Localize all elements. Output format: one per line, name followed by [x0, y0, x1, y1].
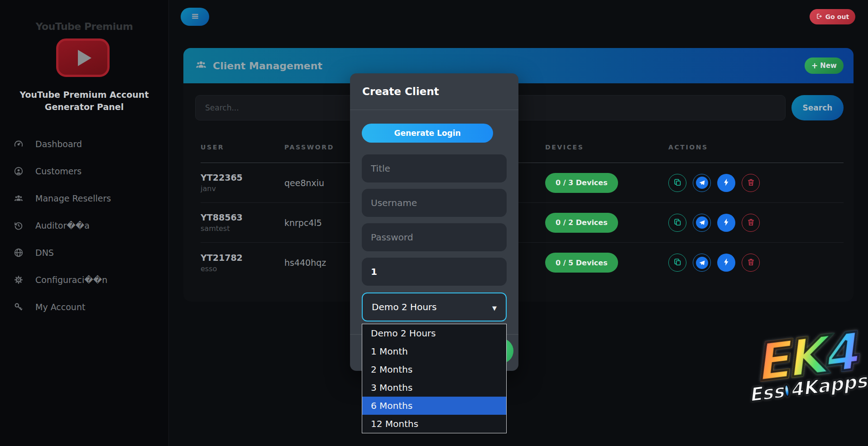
- trash-icon: [747, 178, 755, 188]
- modal-title: Create Client: [350, 73, 518, 110]
- actions-cell: [668, 214, 844, 232]
- logout-label: Go out: [825, 13, 849, 20]
- users-group-icon: [195, 59, 207, 73]
- gear-icon: [14, 275, 24, 285]
- devices-badge: 0 / 2 Devices: [545, 213, 618, 233]
- youtube-logo: [56, 38, 110, 77]
- key-icon: [14, 302, 24, 312]
- plan-select[interactable]: Demo 2 Hours: [362, 293, 507, 321]
- user-cell: YT21782 esso: [201, 253, 284, 273]
- bolt-icon: [722, 178, 731, 188]
- column-header-user: USER: [201, 144, 284, 151]
- table-row: YT22365 janv qee8nxiu 0 / 3 Devices: [201, 163, 844, 203]
- card-title-label: Client Management: [213, 60, 322, 72]
- devices-cell: 0 / 5 Devices: [545, 253, 668, 273]
- activate-button[interactable]: [717, 214, 735, 232]
- user-cell: YT22365 janv: [201, 173, 284, 193]
- plan-option-1-month[interactable]: 1 Month: [362, 342, 506, 360]
- copy-button[interactable]: [668, 254, 686, 272]
- devices-count-field[interactable]: [362, 258, 507, 286]
- user-id: YT22365: [201, 173, 284, 182]
- table-header-row: USER PASSWORD DEVICES ACTIONS: [201, 131, 844, 163]
- sidebar: YouTube Premium YouTube Premium Account …: [0, 0, 169, 446]
- activate-button[interactable]: [717, 174, 735, 192]
- sidebar-item-dns[interactable]: DNS: [0, 239, 168, 266]
- plan-option-6-months[interactable]: 6 Months: [362, 397, 506, 415]
- actions-cell: [668, 174, 844, 192]
- devices-badge: 0 / 5 Devices: [545, 253, 618, 273]
- sidebar-item-label: Manage Resellers: [35, 193, 111, 203]
- plan-dropdown: Demo 2 Hours 1 Month 2 Months 3 Months 6…: [362, 324, 507, 433]
- youtube-watermark: YouTube Premium: [0, 21, 168, 32]
- table-row: YT88563 samtest knrpc4l5 0 / 2 Devices: [201, 203, 844, 243]
- telegram-icon: [696, 177, 708, 189]
- devices-cell: 0 / 3 Devices: [545, 173, 668, 193]
- new-client-button[interactable]: + New: [805, 58, 844, 74]
- menu-toggle-button[interactable]: [181, 8, 209, 26]
- sidebar-item-label: Auditor��a: [35, 221, 90, 230]
- sidebar-item-settings[interactable]: Configuraci��n: [0, 266, 168, 293]
- sidebar-item-my-account[interactable]: My Account: [0, 293, 168, 321]
- logout-icon: [816, 13, 822, 21]
- esso4kapps-logo: EK4 Ess4Kapps: [743, 329, 868, 406]
- username-field[interactable]: [362, 189, 507, 217]
- column-header-devices: DEVICES: [545, 144, 668, 151]
- sidebar-item-audit[interactable]: Auditor��a: [0, 212, 168, 239]
- plan-option-2-months[interactable]: 2 Months: [362, 360, 506, 379]
- sidebar-item-customers[interactable]: Customers: [0, 158, 168, 185]
- sidebar-item-label: My Account: [35, 302, 85, 312]
- search-button[interactable]: Search: [791, 95, 844, 120]
- bolt-icon: [722, 218, 731, 228]
- play-icon: [78, 50, 91, 66]
- plan-option-demo-2-hours[interactable]: Demo 2 Hours: [362, 324, 506, 342]
- copy-button[interactable]: [668, 214, 686, 232]
- devices-cell: 0 / 2 Devices: [545, 213, 668, 233]
- client-management-card: Client Management + New Search USER PASS…: [183, 48, 854, 302]
- actions-cell: [668, 254, 844, 272]
- user-alias: samtest: [201, 224, 284, 233]
- user-id: YT88563: [201, 212, 284, 222]
- plan-select-value: Demo 2 Hours: [372, 302, 436, 312]
- delete-button[interactable]: [742, 174, 760, 192]
- user-alias: janv: [201, 184, 284, 193]
- sidebar-item-label: Customers: [35, 166, 82, 176]
- sidebar-item-label: DNS: [35, 248, 54, 258]
- delete-button[interactable]: [742, 254, 760, 272]
- card-title: Client Management: [195, 59, 322, 73]
- trash-icon: [747, 218, 755, 228]
- panel-title: YouTube Premium Account Generator Panel: [9, 89, 159, 113]
- copy-icon: [673, 258, 682, 268]
- logout-button[interactable]: Go out: [810, 9, 855, 24]
- activate-button[interactable]: [717, 254, 735, 272]
- sidebar-item-manage-resellers[interactable]: Manage Resellers: [0, 185, 168, 212]
- history-icon: [14, 221, 24, 230]
- plan-option-3-months[interactable]: 3 Months: [362, 379, 506, 397]
- sidebar-nav: Dashboard Customers Manage Resellers Aud…: [0, 130, 168, 321]
- caret-down-icon: [492, 302, 497, 312]
- dashboard-icon: [14, 139, 24, 149]
- sidebar-item-label: Dashboard: [35, 139, 82, 149]
- user-cell: YT88563 samtest: [201, 212, 284, 233]
- clients-table: USER PASSWORD DEVICES ACTIONS YT22365 ja…: [195, 131, 844, 283]
- telegram-icon: [696, 216, 708, 229]
- app-root: YouTube Premium YouTube Premium Account …: [0, 0, 868, 446]
- column-header-actions: ACTIONS: [668, 144, 844, 151]
- bolt-icon: [722, 258, 731, 268]
- generate-login-button[interactable]: Generate Login: [362, 124, 493, 143]
- telegram-button[interactable]: [693, 254, 711, 272]
- delete-button[interactable]: [742, 214, 760, 232]
- modal-body: Generate Login Demo 2 Hours: [350, 110, 518, 321]
- globe-icon: [14, 248, 24, 258]
- sidebar-item-dashboard[interactable]: Dashboard: [0, 130, 168, 158]
- devices-badge: 0 / 3 Devices: [545, 173, 618, 193]
- password-field[interactable]: [362, 223, 507, 251]
- telegram-button[interactable]: [693, 174, 711, 192]
- title-field[interactable]: [362, 154, 507, 182]
- user-id: YT21782: [201, 253, 284, 263]
- plan-option-12-months[interactable]: 12 Months: [362, 415, 506, 433]
- telegram-button[interactable]: [693, 214, 711, 232]
- new-button-label: New: [820, 62, 837, 70]
- telegram-icon: [696, 257, 708, 269]
- brand-prefix: Ess: [748, 380, 785, 406]
- copy-button[interactable]: [668, 174, 686, 192]
